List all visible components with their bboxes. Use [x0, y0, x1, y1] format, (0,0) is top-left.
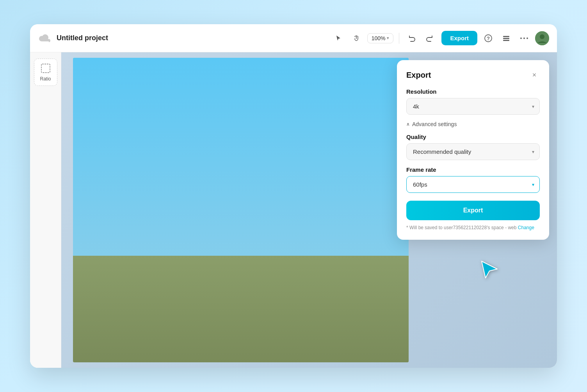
save-notice: * Will be saved to user7356221120228's s… [406, 225, 540, 230]
ratio-icon [40, 63, 51, 74]
toolbar: Untitled project 100% ▾ [30, 24, 557, 52]
help-icon: ? [484, 34, 493, 43]
avatar-image [535, 31, 549, 45]
pointer-icon [335, 35, 342, 42]
ratio-label: Ratio [40, 76, 51, 82]
advanced-settings-toggle[interactable]: ∧ Advanced settings [406, 121, 457, 127]
close-icon: × [532, 71, 537, 79]
cloud-icon [38, 31, 52, 45]
sky [73, 58, 409, 271]
undo-button[interactable] [405, 31, 419, 45]
toolbar-right: Export ? [441, 31, 549, 45]
svg-rect-10 [41, 64, 50, 73]
svg-point-5 [520, 37, 522, 39]
left-sidebar: Ratio [30, 52, 61, 368]
toolbar-divider [399, 33, 399, 44]
layers-icon [502, 34, 511, 43]
save-notice-text: * Will be saved to user7356221120228's s… [406, 225, 516, 230]
svg-point-6 [523, 37, 525, 39]
close-panel-button[interactable]: × [529, 69, 540, 80]
svg-rect-3 [503, 38, 509, 39]
main-area: Ratio [30, 52, 557, 368]
avatar[interactable] [535, 31, 549, 45]
project-title: Untitled project [57, 34, 108, 42]
app-window: Untitled project 100% ▾ [30, 24, 557, 368]
more-button[interactable] [517, 31, 531, 45]
resolution-select[interactable]: 720p 1080p 4k [406, 98, 540, 115]
resolution-label: Resolution [406, 88, 540, 95]
hand-icon [353, 35, 360, 42]
hand-tool-button[interactable] [349, 31, 363, 45]
more-icon [520, 37, 528, 39]
undo-icon [408, 34, 416, 42]
quality-label: Quality [406, 134, 540, 140]
zoom-selector[interactable]: 100% ▾ [367, 33, 394, 43]
svg-point-9 [540, 34, 544, 39]
quality-select[interactable]: Low quality Recommended quality High qua… [406, 143, 540, 160]
ground [73, 256, 409, 362]
toolbar-center: 100% ▾ [331, 31, 437, 45]
frame-rate-select[interactable]: 24fps 30fps 60fps [406, 176, 540, 193]
svg-point-7 [527, 37, 528, 39]
svg-rect-4 [503, 40, 509, 41]
svg-rect-2 [503, 36, 509, 37]
redo-button[interactable] [423, 31, 437, 45]
export-action-button[interactable]: Export [406, 201, 540, 220]
panel-title: Export [406, 71, 431, 80]
video-frame [73, 58, 409, 362]
frame-rate-label: Frame rate [406, 166, 540, 173]
layers-button[interactable] [499, 31, 513, 45]
resolution-select-wrapper: 720p 1080p 4k ▾ [406, 98, 540, 115]
export-button[interactable]: Export [441, 31, 477, 45]
svg-text:?: ? [487, 36, 490, 41]
zoom-chevron-icon: ▾ [387, 36, 389, 41]
skateboard-scene [73, 58, 409, 362]
ratio-button[interactable]: Ratio [34, 59, 57, 86]
chevron-up-icon: ∧ [406, 121, 410, 127]
frame-rate-select-wrapper: 24fps 30fps 60fps ▾ [406, 176, 540, 193]
export-panel: Export × Resolution 720p 1080p 4k ▾ [397, 60, 549, 240]
zoom-level: 100% [372, 35, 386, 41]
quality-select-wrapper: Low quality Recommended quality High qua… [406, 143, 540, 160]
help-button[interactable]: ? [481, 31, 495, 45]
change-link[interactable]: Change [518, 225, 534, 230]
redo-icon [426, 34, 434, 42]
canvas-area: Export × Resolution 720p 1080p 4k ▾ [61, 52, 557, 368]
advanced-settings-label: Advanced settings [412, 121, 457, 127]
toolbar-left: Untitled project [38, 31, 327, 45]
panel-header: Export × [406, 69, 540, 80]
pointer-tool-button[interactable] [331, 31, 345, 45]
